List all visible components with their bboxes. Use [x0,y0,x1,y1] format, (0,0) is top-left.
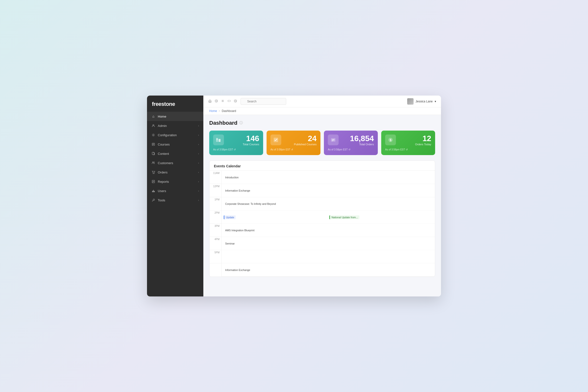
svg-rect-16 [152,190,153,192]
svg-rect-17 [153,190,154,192]
event-info-exchange: Information Exchange [224,189,252,192]
sidebar-item-courses[interactable]: Courses › [147,140,203,149]
stat-value-today: 12 [415,134,431,142]
list-icon[interactable] [221,99,224,104]
sidebar-item-reports[interactable]: Reports › [147,177,203,186]
sidebar-item-configuration[interactable]: Configuration › [147,130,203,140]
sidebar-item-label: Users [158,189,166,193]
svg-text:$: $ [390,138,392,142]
calendar-body: 11AM 12PM 1PM 2PM 3PM 4PM 5PM Introducti… [210,171,435,276]
time-slot-2pm: 2PM [210,210,222,224]
stat-label-courses: Total Courses [243,143,259,146]
user-menu[interactable]: Jessica Lane ▾ [407,98,436,104]
event-row-info-exchange-2: Information Exchange [222,264,435,276]
event-seminar: Seminar [224,242,236,246]
event-row-seminar: Seminar [222,237,435,250]
event-row-ams: AMS Integration Blueprint [222,224,435,237]
sidebar-item-tools[interactable]: Tools › [147,196,203,205]
svg-rect-15 [152,192,155,192]
info-icon[interactable]: ⓘ [239,121,243,125]
chevron-icon: › [198,171,199,174]
time-slot-1pm: 1PM [210,197,222,210]
configuration-icon [152,133,155,137]
events-calendar: Events Calendar 11AM 12PM 1PM 2PM 3PM 4P… [209,160,435,277]
time-slot-3pm: 3PM [210,224,222,237]
event-ams: AMS Integration Blueprint [224,228,256,232]
event-row-introduction: Introduction [222,171,435,184]
tools-icon [152,198,155,202]
sidebar: freestone ⌂ Home Admin [147,96,203,296]
customers-icon [152,161,155,165]
admin-icon [152,124,155,128]
svg-point-7 [152,162,153,163]
event-update: Update [224,215,236,219]
content-icon [152,152,155,156]
page-title: Dashboard [209,120,238,126]
calendar-events-column: Introduction Information Exchange Corpor… [222,171,435,276]
page-content: Dashboard ⓘ [203,115,441,296]
breadcrumb-current: Dashboard [222,109,236,113]
page-title-row: Dashboard ⓘ [209,120,435,126]
stat-card-orders-today: $ 12 Orders Today As of 3:58pm EST ↺ [381,130,435,155]
sidebar-item-label: Content [158,152,169,156]
svg-point-0 [153,124,154,126]
sidebar-item-label: Configuration [158,133,177,137]
breadcrumb-home[interactable]: Home [209,109,217,113]
main-content: 🔍 Jessica Lane ▾ Home > Dashboard Dashbo… [203,96,441,296]
stat-icon-orders [328,134,338,145]
svg-rect-18 [154,191,154,192]
stat-footer-today: As of 3:58pm EST ↺ [385,148,431,151]
svg-point-1 [153,134,154,136]
sidebar-item-label: Courses [158,142,170,146]
sidebar-item-home[interactable]: ⌂ Home [147,112,203,121]
sidebar-item-customers[interactable]: Customers › [147,158,203,168]
reports-icon [152,180,155,184]
stat-card-total-courses: 146 Total Courses As of 3:58pm EST ↺ [209,130,263,155]
stat-footer-courses: As of 3:58pm EST ↺ [213,148,259,151]
stat-label-today: Orders Today [415,143,431,146]
stat-label-orders: Total Orders [350,143,374,146]
chevron-icon: › [198,143,199,146]
breadcrumb: Home > Dashboard [203,107,441,115]
sidebar-item-admin[interactable]: Admin › [147,121,203,130]
chevron-icon: › [198,134,199,136]
sidebar-item-label: Tools [158,198,165,202]
code-icon[interactable] [227,99,231,104]
svg-point-8 [154,162,154,163]
user-name: Jessica Lane [416,100,433,103]
time-slot-4pm: 4PM [210,237,222,250]
search-input[interactable] [240,98,286,105]
sidebar-item-label: Reports [158,180,169,184]
time-slot-5pm: 5PM [210,250,222,264]
app-window: freestone ⌂ Home Admin [147,96,441,296]
stat-value-published: 24 [294,134,316,142]
topbar-icons [208,99,237,104]
stat-footer-published: As of 3:58pm EST ↺ [270,148,316,151]
event-row-empty-4pm [222,250,435,264]
svg-point-9 [153,173,153,174]
event-row-update: Update National Update from... [222,210,435,224]
event-info-exchange-2: Information Exchange [224,268,252,272]
clock-icon[interactable] [214,99,218,104]
stat-icon-today: $ [385,134,396,145]
stat-label-published: Published Courses [294,143,316,146]
stat-footer-orders: As of 3:58pm EST ↺ [328,148,374,151]
refresh-icon[interactable] [234,99,237,104]
topbar: 🔍 Jessica Lane ▾ [203,96,441,107]
user-chevron-icon: ▾ [435,100,436,103]
event-split-1pm: Update National Update from... [224,215,433,219]
event-row-corporate: Corporate Showcase: To Infinity and Beyo… [222,197,435,210]
stat-value-orders: 16,854 [350,134,374,142]
stat-icon-published [270,134,281,145]
home-topbar-icon[interactable] [208,99,212,104]
users-icon [152,189,155,193]
svg-line-19 [152,200,153,202]
sidebar-item-orders[interactable]: Orders › [147,168,203,177]
chevron-icon: › [198,180,199,183]
sidebar-item-content[interactable]: Content › [147,149,203,158]
svg-rect-26 [216,138,218,142]
event-introduction: Introduction [224,176,240,179]
avatar [407,98,414,104]
sidebar-item-users[interactable]: Users › [147,186,203,196]
event-row-info-exchange: Information Exchange [222,184,435,197]
